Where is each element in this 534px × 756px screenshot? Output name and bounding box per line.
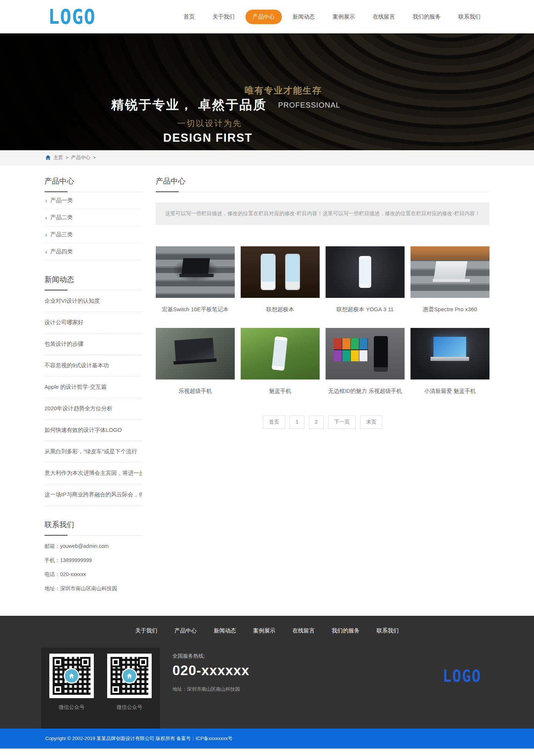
news-item[interactable]: 企业对VI设计的认知度 xyxy=(44,290,142,312)
breadcrumb-home[interactable]: 主页 xyxy=(53,154,63,161)
news-item[interactable]: 如何快速有效的设计字体LOGO xyxy=(44,420,142,441)
pagination-last[interactable]: 末页 xyxy=(360,415,382,429)
qr-label: 微信公众号 xyxy=(107,704,152,711)
product-image[interactable] xyxy=(156,246,235,298)
contact-mobile: 手机：13899999999 xyxy=(44,550,142,564)
news-item[interactable]: 2020年设计趋势全方位分析 xyxy=(44,398,142,420)
sidebar-category-3[interactable]: ›产品三类 xyxy=(44,226,142,243)
breadcrumb-current[interactable]: 产品中心 xyxy=(71,154,90,161)
footer-nav-products[interactable]: 产品中心 xyxy=(175,627,197,634)
footer-address: 地址：深圳市南山区南山科技园 xyxy=(172,686,250,693)
hero-sub-cn: 一切以设计为先 xyxy=(177,118,242,129)
site-logo[interactable]: LOGO xyxy=(48,5,96,29)
hero-tagline-en: PROFESSIONAL xyxy=(278,101,340,109)
news-item[interactable]: 设计公司哪家好 xyxy=(44,312,142,333)
product-title[interactable]: 惠普Spectre Pro x360 xyxy=(411,306,490,313)
product-card[interactable]: 宏基Switch 10E平板笔记本 xyxy=(156,246,235,313)
news-item[interactable]: 从黑白到多彩，“绿皮车”或是下个流行 xyxy=(44,441,142,463)
main-nav: 首页 关于我们 产品中心 新闻动态 案例展示 在线留言 我们的服务 联系我们 xyxy=(177,10,488,24)
category-description: 这里可以写一些栏目描述，修改的位置在栏目对应的修改-栏目内容！这里可以写一些栏目… xyxy=(156,203,490,225)
footer-logo: LOGO xyxy=(443,667,481,686)
product-image[interactable] xyxy=(241,246,320,298)
qr-code xyxy=(49,654,94,698)
sidebar: 产品中心 ›产品一类 ›产品二类 ›产品三类 ›产品四类 新闻动态 企业对VI设… xyxy=(44,176,142,616)
qr-finder-icon xyxy=(53,657,63,667)
hero-tagline-cn: 唯有专业才能生存 xyxy=(245,85,322,96)
product-image[interactable] xyxy=(156,328,235,379)
product-card[interactable]: 小清新最爱 魅蓝手机 xyxy=(411,328,490,395)
chevron-right-icon: › xyxy=(45,198,47,204)
product-image[interactable] xyxy=(411,328,490,379)
product-card[interactable]: 惠普Spectre Pro x360 xyxy=(411,246,490,313)
footer-nav-news[interactable]: 新闻动态 xyxy=(214,627,236,634)
hero-slogan: 精锐于专业， 卓然于品质 xyxy=(111,96,267,114)
qr-finder-icon xyxy=(80,657,90,667)
sidebar-news-list: 企业对VI设计的认知度 设计公司哪家好 包装设计的步骤 不容忽视的9式设计基本功… xyxy=(44,290,142,506)
footer-nav-message[interactable]: 在线留言 xyxy=(293,627,315,634)
news-item[interactable]: 包装设计的步骤 xyxy=(44,333,142,355)
nav-item-news[interactable]: 新闻动态 xyxy=(286,10,322,24)
nav-item-home[interactable]: 首页 xyxy=(177,10,202,24)
site-header: LOGO 首页 关于我们 产品中心 新闻动态 案例展示 在线留言 我们的服务 联… xyxy=(0,0,534,33)
qr-code xyxy=(107,654,152,698)
news-item[interactable]: Apple 的设计哲学·交互篇 xyxy=(44,377,142,398)
product-card[interactable]: 无边框ID的魅力 乐视超级手机 xyxy=(326,328,405,395)
home-icon[interactable] xyxy=(45,155,51,160)
hotline-label: 全国服务热线: xyxy=(172,653,250,660)
news-item[interactable]: 不容忽视的9式设计基本功 xyxy=(44,355,142,377)
nav-item-about[interactable]: 关于我们 xyxy=(205,10,242,24)
sidebar-news-title: 新闻动态 xyxy=(44,275,142,290)
footer-hotline: 全国服务热线: 020-xxxxxx 地址：深圳市南山区南山科技园 xyxy=(172,648,250,729)
footer-nav-services[interactable]: 我们的服务 xyxy=(332,627,360,634)
nav-item-message[interactable]: 在线留言 xyxy=(366,10,402,24)
pagination-page-2[interactable]: 2 xyxy=(309,415,324,429)
nav-item-cases[interactable]: 案例展示 xyxy=(326,10,362,24)
pagination-next[interactable]: 下一页 xyxy=(328,415,356,429)
pagination: 首页 1 2 下一页 末页 xyxy=(156,415,490,429)
home-icon xyxy=(64,668,79,684)
wechat-qr-block: 微信公众号 xyxy=(49,654,94,714)
nav-item-products[interactable]: 产品中心 xyxy=(245,10,282,24)
product-image[interactable] xyxy=(326,328,405,379)
news-item[interactable]: 意大利作为本次进博会主宾国，将进一步 xyxy=(44,463,142,484)
sidebar-category-1[interactable]: ›产品一类 xyxy=(44,192,142,209)
pagination-first[interactable]: 首页 xyxy=(263,415,285,429)
site-footer: 关于我们 产品中心 新闻动态 案例展示 在线留言 我们的服务 联系我们 微信公众… xyxy=(0,616,534,729)
qr-finder-icon xyxy=(111,684,121,695)
product-card[interactable]: 联想超极本 xyxy=(241,246,320,313)
sidebar-contact-title: 联系我们 xyxy=(44,520,142,536)
hero-banner: 精锐于专业， 卓然于品质 唯有专业才能生存 PROFESSIONAL 一切以设计… xyxy=(0,33,534,150)
page-body: 产品中心 ›产品一类 ›产品二类 ›产品三类 ›产品四类 新闻动态 企业对VI设… xyxy=(44,165,490,616)
chevron-right-icon: › xyxy=(45,249,47,255)
product-image[interactable] xyxy=(411,246,490,298)
contact-address: 地址：深圳市南山区南山科技园 xyxy=(44,578,142,592)
product-title[interactable]: 宏基Switch 10E平板笔记本 xyxy=(156,306,235,313)
chevron-right-icon: › xyxy=(45,232,47,238)
qr-finder-icon xyxy=(53,684,63,695)
product-image[interactable] xyxy=(241,328,320,379)
product-card[interactable]: 魅蓝手机 xyxy=(241,328,320,395)
nav-item-contact[interactable]: 联系我们 xyxy=(451,10,488,24)
footer-nav-contact[interactable]: 联系我们 xyxy=(377,627,399,634)
contact-email: 邮箱：youweb@admin.com xyxy=(44,536,142,550)
product-title[interactable]: 小清新最爱 魅蓝手机 xyxy=(411,388,490,395)
qr-finder-icon xyxy=(138,657,148,667)
pagination-page-1[interactable]: 1 xyxy=(290,415,304,429)
product-title[interactable]: 乐视超级手机 xyxy=(156,388,235,395)
product-image[interactable] xyxy=(326,246,405,298)
qr-panel: 微信公众号 微信公众号 xyxy=(41,648,160,729)
sidebar-category-4[interactable]: ›产品四类 xyxy=(44,243,142,260)
news-item[interactable]: 这一场IP与商业跨界融合的风云际会，你 xyxy=(44,484,142,506)
footer-nav-cases[interactable]: 案例展示 xyxy=(253,627,276,634)
product-title[interactable]: 无边框ID的魅力 乐视超级手机 xyxy=(326,388,405,395)
nav-item-services[interactable]: 我们的服务 xyxy=(406,10,448,24)
footer-nav-about[interactable]: 关于我们 xyxy=(135,627,158,634)
sidebar-contact-list: 邮箱：youweb@admin.com 手机：13899999999 电话：02… xyxy=(44,536,142,592)
product-card[interactable]: 联想超极本 YOGA 3 11 xyxy=(326,246,405,313)
sidebar-category-2[interactable]: ›产品二类 xyxy=(44,209,142,226)
product-title[interactable]: 魅蓝手机 xyxy=(241,388,320,395)
product-title[interactable]: 联想超极本 xyxy=(241,306,320,313)
product-card[interactable]: 乐视超级手机 xyxy=(156,328,235,395)
sidebar-category-list: ›产品一类 ›产品二类 ›产品三类 ›产品四类 xyxy=(44,192,142,260)
product-title[interactable]: 联想超极本 YOGA 3 11 xyxy=(326,306,405,313)
